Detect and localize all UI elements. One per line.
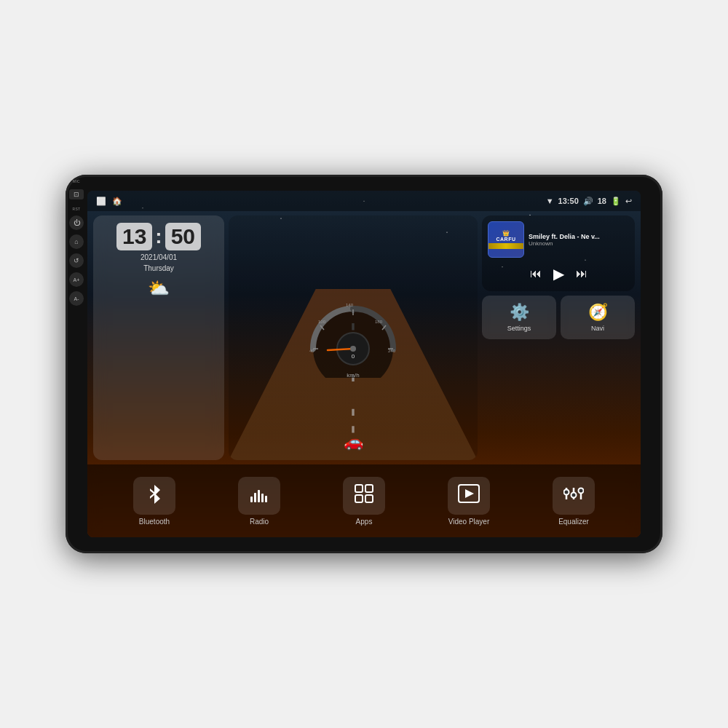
crown-icon: 👑 — [502, 230, 510, 237]
speed-unit: km/h — [347, 372, 359, 379]
svg-text:40: 40 — [309, 349, 314, 353]
top-grid: 13 : 50 2021/04/01 Thursday ⛅ — [87, 211, 641, 464]
volume-level: 18 — [598, 197, 606, 205]
vol-down-button[interactable]: A- — [69, 291, 84, 306]
speedometer-widget: 0 40 100 140 180 240 — [229, 215, 478, 460]
bluetooth-icon — [146, 483, 163, 508]
clock-hour: 13 — [116, 223, 152, 250]
status-right: ▼ 13:50 🔊 18 🔋 ↩ — [546, 197, 632, 206]
svg-point-33 — [571, 492, 577, 497]
clock-day: Thursday — [143, 264, 174, 272]
clock-widget: 13 : 50 2021/04/01 Thursday ⛅ — [93, 215, 224, 460]
radio-button[interactable]: Radio — [223, 477, 296, 526]
clock-date: 2021/04/01 — [141, 253, 177, 261]
svg-rect-22 — [261, 494, 264, 502]
status-time: 13:50 — [558, 197, 579, 205]
home-square-icon: ⊡ — [74, 191, 79, 198]
equalizer-button[interactable]: Equalizer — [537, 477, 610, 526]
screen: ⬜ 🏠 ▼ 13:50 🔊 18 🔋 ↩ 13 : — [87, 191, 641, 537]
video-icon-wrap — [448, 477, 490, 515]
svg-point-35 — [579, 488, 584, 493]
equalizer-icon — [563, 485, 584, 507]
apps-icon-wrap — [343, 477, 385, 515]
clock-minute: 50 — [165, 223, 201, 250]
svg-point-31 — [564, 489, 569, 494]
prev-button[interactable]: ⏮ — [530, 267, 542, 280]
video-player-label: Video Player — [448, 518, 490, 526]
album-art: 👑 CARFU — [488, 221, 524, 258]
settings-button[interactable]: ⚙️ Settings — [482, 296, 556, 339]
equalizer-label: Equalizer — [558, 518, 589, 526]
svg-point-7 — [350, 346, 356, 352]
mic-label: MIC — [73, 179, 80, 183]
svg-marker-29 — [465, 489, 474, 498]
home-square-button[interactable]: ⊡ — [69, 189, 84, 199]
svg-text:180: 180 — [375, 320, 383, 324]
music-title: Smiley ft. Delia - Ne v... — [529, 233, 629, 240]
settings-icon: ⚙️ — [510, 303, 529, 322]
home-status-icon: 🏠 — [112, 197, 122, 206]
svg-rect-26 — [355, 495, 363, 502]
back-button[interactable]: ↺ — [69, 253, 84, 268]
bluetooth-button[interactable]: Bluetooth — [118, 477, 191, 526]
power-button[interactable]: ⏻ — [69, 215, 84, 230]
volume-icon: 🔊 — [583, 197, 593, 206]
battery-icon: 🔋 — [611, 197, 621, 206]
bluetooth-icon-wrap — [133, 477, 175, 515]
music-info: Smiley ft. Delia - Ne v... Unknown — [529, 233, 629, 247]
vol-up-button[interactable]: A+ — [69, 272, 84, 287]
svg-rect-19 — [250, 496, 253, 502]
svg-rect-25 — [365, 485, 373, 492]
svg-rect-27 — [365, 495, 373, 502]
apps-button[interactable]: Apps — [328, 477, 400, 526]
svg-rect-23 — [265, 496, 267, 502]
radio-icon-wrap — [238, 477, 280, 515]
svg-rect-21 — [258, 490, 260, 502]
vol-down-icon: A- — [74, 296, 79, 301]
next-button[interactable]: ⏭ — [576, 267, 587, 280]
music-widget[interactable]: 👑 CARFU Smiley ft. Delia - Ne v... Unkno… — [482, 215, 635, 291]
music-artist: Unknown — [529, 240, 629, 247]
carfu-text: CARFU — [496, 237, 516, 242]
bottom-bar: Bluetooth — [87, 464, 641, 537]
power-icon: ⏻ — [74, 219, 80, 226]
svg-text:240: 240 — [388, 349, 396, 353]
settings-label: Settings — [507, 325, 531, 332]
speedo-gauge-svg: 0 40 100 140 180 240 — [302, 298, 404, 378]
svg-rect-20 — [254, 493, 256, 502]
svg-rect-24 — [355, 485, 363, 492]
svg-text:100: 100 — [318, 320, 326, 324]
home-button[interactable]: ⌂ — [69, 234, 84, 249]
speedo-container: 0 40 100 140 180 240 — [302, 298, 404, 379]
svg-text:140: 140 — [346, 303, 354, 307]
device: MIC ⊡ RST ⏻ ⌂ ↺ A+ A- ⬜ 🏠 ▼ — [66, 175, 662, 553]
video-player-button[interactable]: Video Player — [432, 477, 505, 526]
music-top: 👑 CARFU Smiley ft. Delia - Ne v... Unkno… — [488, 221, 629, 258]
navi-label: Navi — [591, 325, 604, 332]
settings-navi-row: ⚙️ Settings 🧭 Navi — [482, 296, 635, 339]
apps-icon — [355, 484, 373, 507]
weather-icon: ⛅ — [148, 278, 170, 298]
side-panel: MIC ⊡ RST ⏻ ⌂ ↺ A+ A- — [66, 175, 87, 553]
right-widgets: 👑 CARFU Smiley ft. Delia - Ne v... Unkno… — [482, 215, 635, 460]
video-player-icon — [458, 484, 480, 507]
radio-icon — [249, 485, 269, 507]
play-button[interactable]: ▶ — [553, 265, 564, 282]
clock-display: 13 : 50 — [116, 223, 201, 250]
window-icon: ⬜ — [96, 197, 106, 206]
music-controls: ⏮ ▶ ⏭ — [488, 262, 629, 285]
carfu-ribbon — [488, 243, 523, 249]
navi-button[interactable]: 🧭 Navi — [561, 296, 635, 339]
main-content: 13 : 50 2021/04/01 Thursday ⛅ — [87, 211, 641, 537]
home-icon: ⌂ — [74, 238, 78, 245]
car-icon: 🚗 — [344, 432, 363, 451]
status-bar: ⬜ 🏠 ▼ 13:50 🔊 18 🔋 ↩ — [87, 191, 641, 211]
svg-text:0: 0 — [352, 353, 355, 360]
rst-label: RST — [73, 207, 81, 211]
back-status-icon: ↩ — [625, 197, 632, 206]
apps-label: Apps — [356, 518, 373, 526]
vol-up-icon: A+ — [74, 277, 80, 282]
wifi-icon: ▼ — [546, 197, 554, 205]
navi-icon: 🧭 — [588, 303, 608, 322]
equalizer-icon-wrap — [553, 477, 595, 515]
